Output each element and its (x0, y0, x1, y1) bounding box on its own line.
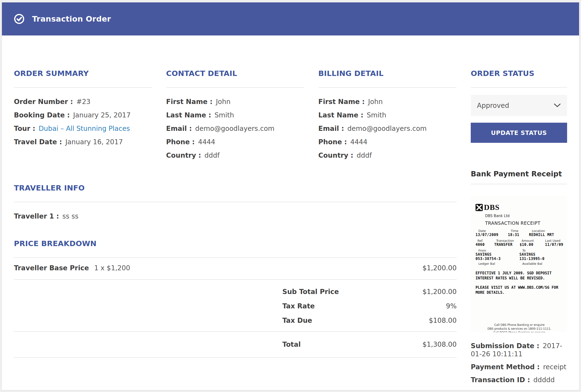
tour-row: Tour :Dubai – All Stunning Places (14, 125, 152, 133)
order-number-label: Order Number : (14, 98, 73, 106)
payment-info: Submission Date :2017-01-26 10:11:11 Pay… (471, 342, 567, 384)
billing-last-name-label: Last Name : (318, 111, 363, 119)
billing-detail-rows: First Name :John Last Name :Smith Email … (318, 98, 456, 160)
divider (471, 184, 567, 184)
divider (318, 87, 456, 88)
base-price-detail: 1 x $1,200 (94, 264, 130, 272)
dbs-logo-text: DBS (484, 203, 500, 212)
order-summary-heading: ORDER SUMMARY (14, 69, 152, 78)
traveller-1-row: Traveller 1 :ss ss (14, 212, 456, 220)
billing-phone-label: Phone : (318, 138, 347, 146)
base-price-label: Traveller Base Price (14, 264, 89, 272)
total-row: Total $1,308.00 (282, 341, 456, 349)
tax-due-label: Tax Due (282, 317, 312, 325)
grand-total-block: Total $1,308.00 (14, 332, 456, 358)
bank-receipt-heading: Bank Payment Receipt (471, 170, 567, 178)
order-number-value: #23 (76, 98, 90, 106)
traveller-1-label: Traveller 1 : (14, 212, 59, 220)
subtotal-row: Sub Total Price $1,200.00 (282, 288, 456, 296)
contact-phone-label: Phone : (166, 138, 195, 146)
receipt-location-label: Location (529, 229, 563, 233)
billing-country-row: Country :dddf (318, 151, 456, 160)
main-area: ORDER SUMMARY Order Number :#23 Booking … (14, 69, 456, 358)
contact-country-row: Country :dddf (166, 151, 304, 160)
payment-method-label: Payment Method : (471, 363, 540, 371)
receipt-row-2: Ref. 4060 Transaction TRANSFER Amount $1… (476, 239, 563, 247)
travel-date-row: Travel Date :January 16, 2017 (14, 138, 152, 146)
billing-phone-value: 4444 (350, 138, 368, 146)
contact-email-row: Email :demo@goodlayers.com (166, 125, 304, 133)
receipt-from-to-row: From SAVINGS 053-38754-3 Ledger Bal To S… (476, 249, 563, 266)
billing-first-name-value: John (368, 98, 383, 106)
receipt-footer-line-1: Call DBS Phone Banking or enquire (476, 323, 563, 327)
billing-last-name-row: Last Name :Smith (318, 111, 456, 119)
tax-rate-label: Tax Rate (282, 302, 315, 310)
receipt-title: TRANSACTION RECEIPT (485, 220, 563, 226)
divider (14, 202, 456, 202)
price-line-item: Traveller Base Price 1 x $1,200 $1,200.0… (14, 258, 456, 280)
billing-last-name-value: Smith (367, 111, 386, 119)
check-circle-icon (14, 14, 24, 24)
divider (166, 87, 304, 88)
transaction-id-value: ddddd (533, 376, 555, 384)
receipt-notice-1: EFFECTIVE 1 JULY 2009. SGD DEPOSIT INTER… (476, 271, 563, 281)
receipt-footer-line-2: DBS products & services on 1800-111-1111… (476, 327, 563, 331)
receipt-from-type: SAVINGS (476, 252, 520, 257)
billing-detail-heading: BILLING DETAIL (318, 69, 456, 78)
order-status-selected-value: Approved (477, 102, 509, 109)
update-status-button[interactable]: UPDATE STATUS (471, 123, 567, 143)
price-breakdown-section: PRICE BREAKDOWN Traveller Base Price 1 x… (14, 239, 456, 358)
receipt-from-account: 053-38754-3 (476, 257, 520, 261)
receipt-last-used-label: Last Used (543, 239, 563, 243)
chevron-down-icon (554, 103, 561, 108)
receipt-from-label: From (476, 249, 520, 252)
receipt-to-type: SAVINGS (520, 252, 563, 257)
content: ORDER SUMMARY Order Number :#23 Booking … (2, 35, 579, 389)
submission-date-row: Submission Date :2017-01-26 10:11:11 (471, 342, 567, 358)
order-status-select[interactable]: Approved (471, 95, 567, 116)
billing-phone-row: Phone :4444 (318, 138, 456, 146)
order-status-heading: ORDER STATUS (471, 69, 567, 78)
receipt-amount-label: Amount (520, 239, 543, 243)
order-summary-section: ORDER SUMMARY Order Number :#23 Booking … (14, 69, 152, 165)
receipt-ledger-bal-label: Ledger Bal (476, 262, 520, 266)
receipt-to-label: To (520, 249, 563, 252)
contact-last-name-row: Last Name :Smith (166, 111, 304, 119)
travel-date-value: January 16, 2017 (66, 138, 123, 146)
booking-date-row: Booking Date :January 25, 2017 (14, 111, 152, 119)
receipt-ref-value: 4060 (476, 243, 494, 247)
contact-email-value: demo@goodlayers.com (195, 125, 274, 132)
subtotal-label: Sub Total Price (282, 288, 339, 296)
content-card: Transaction Order ORDER SUMMARY Order Nu… (2, 2, 579, 390)
page-title: Transaction Order (32, 14, 111, 23)
receipt-time-label: Time (508, 229, 529, 233)
traveller-info-section: TRAVELLER INFO Traveller 1 :ss ss (14, 184, 456, 220)
submission-date-label: Submission Date : (471, 342, 539, 350)
total-amount: $1,308.00 (422, 341, 456, 349)
receipt-footer: Call DBS Phone Banking or enquire DBS pr… (476, 323, 563, 332)
base-price-amount: $1,200.00 (422, 264, 456, 272)
contact-detail-rows: First Name :John Last Name :Smith Email … (166, 98, 304, 160)
traveller-info-rows: Traveller 1 :ss ss (14, 212, 456, 220)
divider (471, 87, 567, 88)
tax-rate-row: Tax Rate 9% (282, 302, 456, 310)
booking-date-label: Booking Date : (14, 111, 70, 119)
receipt-date-value: 13/07/2009 (476, 233, 508, 237)
transaction-id-row: Transaction ID :ddddd (471, 376, 567, 384)
dbs-logo: DBS (476, 203, 563, 212)
billing-country-value: dddf (357, 151, 372, 159)
contact-first-name-label: First Name : (166, 98, 212, 106)
contact-email-label: Email : (166, 125, 192, 132)
tax-rate-amount: 9% (446, 302, 456, 310)
receipt-date-label: Date (476, 229, 508, 233)
receipt-transaction-label: Transaction (494, 239, 520, 243)
billing-first-name-row: First Name :John (318, 98, 456, 106)
divider (14, 87, 152, 88)
receipt-location-value: REDHILL MRT (529, 233, 563, 237)
bank-receipt-image[interactable]: DBS DBS Bank Ltd TRANSACTION RECEIPT Dat… (471, 196, 567, 332)
tour-link[interactable]: Dubai – All Stunning Places (38, 125, 130, 132)
billing-email-value: demo@goodlayers.com (347, 125, 427, 132)
total-label: Total (282, 341, 301, 349)
contact-country-label: Country : (166, 151, 201, 159)
detail-columns: ORDER SUMMARY Order Number :#23 Booking … (14, 69, 456, 165)
